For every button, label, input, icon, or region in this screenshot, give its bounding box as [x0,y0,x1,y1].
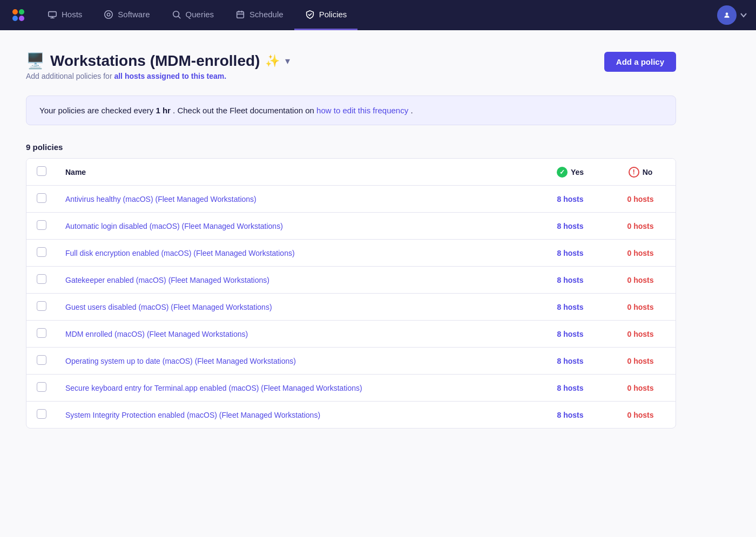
yes-count-cell[interactable]: 8 hosts [535,402,605,429]
no-count-cell[interactable]: 0 hosts [605,267,676,294]
nav-software[interactable]: Software [93,0,160,30]
name-column-header: Name [57,159,535,186]
hosts-icon [48,10,57,19]
sparkle-icon: ✨ [265,54,280,68]
table-row: Guest users disabled (macOS) (Fleet Mana… [26,294,676,321]
yes-count-cell[interactable]: 8 hosts [535,294,605,321]
yes-count-cell[interactable]: 8 hosts [535,348,605,375]
row-checkbox-cell[interactable] [26,375,57,402]
row-checkbox-cell[interactable] [26,348,57,375]
row-checkbox[interactable] [37,328,46,338]
page-header: 🖥️ Workstations (MDM-enrolled) ✨ ▾ Add a… [26,52,676,80]
no-count-cell[interactable]: 0 hosts [605,186,676,213]
row-checkbox[interactable] [37,355,46,365]
row-checkbox[interactable] [37,382,46,392]
row-checkbox[interactable] [37,193,46,203]
policy-name-cell: Operating system up to date (macOS) (Fle… [57,348,535,375]
row-checkbox[interactable] [37,301,46,311]
team-link[interactable]: all hosts assigned to this team. [114,72,226,80]
svg-point-1 [19,9,24,15]
yes-check-icon [557,167,568,178]
yes-column-header: Yes [535,159,605,186]
schedule-icon [235,10,245,19]
chevron-down-icon [740,11,747,19]
yes-count-cell[interactable]: 8 hosts [535,375,605,402]
info-box: Your policies are checked every 1 hr . C… [26,96,676,125]
queries-icon [172,10,181,19]
workstations-icon: 🖥️ [26,52,45,70]
no-count-cell[interactable]: 0 hosts [605,348,676,375]
no-count-cell[interactable]: 0 hosts [605,375,676,402]
policy-name-link[interactable]: Guest users disabled (macOS) (Fleet Mana… [65,303,272,311]
table-row: Automatic login disabled (macOS) (Fleet … [26,213,676,240]
no-column-header: No [605,159,676,186]
svg-line-10 [178,16,180,18]
user-menu[interactable] [717,5,747,25]
row-checkbox-cell[interactable] [26,402,57,429]
table-row: System Integrity Protection enabled (mac… [26,402,676,429]
table-row: MDM enrolled (macOS) (Fleet Managed Work… [26,321,676,348]
row-checkbox-cell[interactable] [26,186,57,213]
policy-name-link[interactable]: Operating system up to date (macOS) (Fle… [65,357,296,365]
row-checkbox-cell[interactable] [26,240,57,267]
policy-name-link[interactable]: System Integrity Protection enabled (mac… [65,411,320,419]
software-icon [104,10,113,19]
policy-name-cell: Automatic login disabled (macOS) (Fleet … [57,213,535,240]
policy-name-cell: Secure keyboard entry for Terminal.app e… [57,375,535,402]
policy-name-link[interactable]: Secure keyboard entry for Terminal.app e… [65,384,362,392]
row-checkbox-cell[interactable] [26,321,57,348]
avatar [717,5,737,25]
svg-point-0 [12,9,18,15]
row-checkbox[interactable] [37,409,46,419]
policy-name-cell: System Integrity Protection enabled (mac… [57,402,535,429]
table-row: Gatekeeper enabled (macOS) (Fleet Manage… [26,267,676,294]
yes-count-cell[interactable]: 8 hosts [535,213,605,240]
page-title: Workstations (MDM-enrolled) [50,52,260,70]
table-header-row: Name Yes No [26,159,676,186]
policy-name-cell: Guest users disabled (macOS) (Fleet Mana… [57,294,535,321]
row-checkbox[interactable] [37,274,46,284]
policy-name-link[interactable]: Antivirus healthy (macOS) (Fleet Managed… [65,195,256,203]
yes-count-cell[interactable]: 8 hosts [535,267,605,294]
svg-point-2 [12,16,18,21]
table-row: Operating system up to date (macOS) (Fle… [26,348,676,375]
yes-count-cell[interactable]: 8 hosts [535,240,605,267]
row-checkbox-cell[interactable] [26,267,57,294]
svg-point-3 [19,16,24,21]
svg-rect-11 [237,11,244,18]
no-count-cell[interactable]: 0 hosts [605,240,676,267]
policy-name-link[interactable]: Gatekeeper enabled (macOS) (Fleet Manage… [65,276,269,284]
no-count-cell[interactable]: 0 hosts [605,402,676,429]
add-policy-button[interactable]: Add a policy [604,52,676,72]
row-checkbox[interactable] [37,220,46,230]
table-row: Secure keyboard entry for Terminal.app e… [26,375,676,402]
policy-name-link[interactable]: MDM enrolled (macOS) (Fleet Managed Work… [65,330,248,338]
row-checkbox-cell[interactable] [26,294,57,321]
policy-name-link[interactable]: Full disk encryption enabled (macOS) (Fl… [65,249,295,257]
select-all-header[interactable] [26,159,57,186]
no-count-cell[interactable]: 0 hosts [605,294,676,321]
nav-policies[interactable]: Policies [294,0,358,30]
row-checkbox[interactable] [37,247,46,257]
no-count-cell[interactable]: 0 hosts [605,213,676,240]
title-row: 🖥️ Workstations (MDM-enrolled) ✨ ▾ [26,52,290,70]
yes-count-cell[interactable]: 8 hosts [535,186,605,213]
table-row: Antivirus healthy (macOS) (Fleet Managed… [26,186,676,213]
team-dropdown-button[interactable]: ▾ [285,55,290,67]
frequency-link[interactable]: how to edit this frequency [316,106,408,115]
nav-queries[interactable]: Queries [161,0,225,30]
no-count-cell[interactable]: 0 hosts [605,321,676,348]
top-nav: Hosts Software Queries Schedule [0,0,756,30]
svg-rect-4 [49,11,56,16]
select-all-checkbox[interactable] [37,166,46,176]
yes-count-cell[interactable]: 8 hosts [535,321,605,348]
policies-count: 9 policies [26,142,676,152]
nav-hosts[interactable]: Hosts [37,0,93,30]
nav-schedule[interactable]: Schedule [225,0,294,30]
svg-point-15 [726,12,728,15]
policy-name-cell: MDM enrolled (macOS) (Fleet Managed Work… [57,321,535,348]
app-logo [9,5,28,25]
policies-table: Name Yes No [26,158,676,429]
policy-name-link[interactable]: Automatic login disabled (macOS) (Fleet … [65,222,283,230]
row-checkbox-cell[interactable] [26,213,57,240]
